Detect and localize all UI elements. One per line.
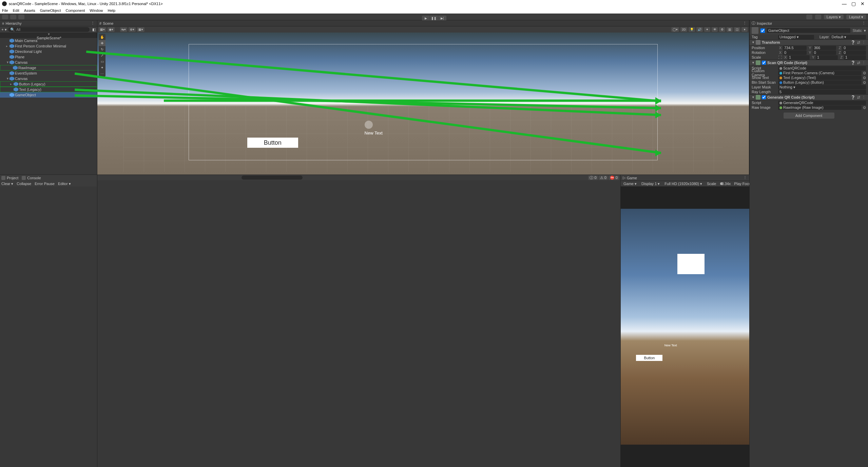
menu-window[interactable]: Window xyxy=(90,8,103,13)
component-menu-icon[interactable]: ❔ ⇄ ⋮ xyxy=(851,95,866,100)
hierarchy-tab[interactable]: ≡ Hierarchy ⋮ xyxy=(0,20,97,26)
hierarchy-item-fp-controller[interactable]: ▸First Person Controller Minimal xyxy=(0,43,97,49)
gizmo3-toggle[interactable]: ◫ xyxy=(734,27,740,32)
add-component-button[interactable]: Add Component xyxy=(784,113,834,119)
clear-button[interactable]: Clear ▾ xyxy=(1,182,13,186)
menu-gameobject[interactable]: GameObject xyxy=(40,8,61,13)
gizmos-dropdown[interactable]: ▾ xyxy=(741,27,748,32)
hierarchy-item-dir-light[interactable]: Directional Light xyxy=(0,49,97,54)
scene-viewport[interactable]: ✋ ✥ ↻ ⤢ ▭ ✦ ⋯ New Text Button xyxy=(97,33,749,175)
info-count[interactable]: ⓘ 0 xyxy=(588,176,598,180)
game-mode-dropdown[interactable]: Game ▾ xyxy=(622,182,638,186)
game-tab[interactable]: ▷ Game ⋮ xyxy=(621,175,749,181)
history-icon[interactable] xyxy=(18,15,24,19)
scene-camera[interactable]: ◯▾ xyxy=(671,27,679,32)
inspector-tab[interactable]: ⓘ Inspector ⋮ xyxy=(750,20,868,26)
hierarchy-item-main-camera[interactable]: Main Camera xyxy=(0,38,97,43)
scl-x-field[interactable]: 1 xyxy=(788,55,810,60)
scene-tab[interactable]: # Scene ⋮ xyxy=(97,20,749,26)
hierarchy-search[interactable]: 🔍 All xyxy=(8,27,90,32)
transform-component-header[interactable]: ▼ Transform ❔ ⇄ ⋮ xyxy=(750,39,868,45)
rot-x-field[interactable]: 0 xyxy=(783,50,807,55)
component-enabled-checkbox[interactable] xyxy=(762,61,766,65)
layout-dropdown[interactable]: Layout ▾ xyxy=(846,15,866,19)
rotate-tool[interactable]: ↻ xyxy=(99,46,105,52)
scanqr-component-header[interactable]: ▼ Scan QR Code (Script) ❔ ⇄ ⋮ xyxy=(750,60,868,66)
hierarchy-item-eventsystem[interactable]: EventSystem xyxy=(0,70,97,76)
object-picker-icon[interactable]: ⊙ xyxy=(863,76,866,80)
pivot-toggle[interactable]: ⇆▾ xyxy=(120,27,127,32)
ray-length-field[interactable]: 5 xyxy=(778,90,866,94)
scene-root[interactable]: ▼ SampleScene* xyxy=(0,33,97,38)
object-picker-icon[interactable]: ⊙ xyxy=(863,71,866,75)
2d-toggle[interactable]: 2D xyxy=(680,27,687,32)
object-picker-icon[interactable]: ⊙ xyxy=(863,105,866,110)
custom-camera-field[interactable]: First Person Camera (Camera) xyxy=(778,71,862,75)
game-viewport[interactable]: New Text Button xyxy=(621,186,749,467)
handle-toggle[interactable]: ⊕▾ xyxy=(129,27,136,32)
active-checkbox[interactable] xyxy=(760,28,765,33)
layers-dropdown[interactable]: Layers ▾ xyxy=(824,15,844,19)
pos-x-field[interactable]: 734.5 xyxy=(783,46,807,50)
warn-count[interactable]: ⚠ 0 xyxy=(599,176,608,180)
draw-mode[interactable]: ◉▾ xyxy=(108,27,115,32)
gameobject-icon[interactable] xyxy=(752,27,758,34)
gameobject-name-field[interactable]: GameObject xyxy=(767,28,850,33)
grid-toggle[interactable]: ▦▾ xyxy=(137,27,144,32)
display-dropdown[interactable]: Display 1 ▾ xyxy=(640,182,661,186)
cloud-icon[interactable] xyxy=(10,15,16,19)
transform-tool[interactable]: ✦ xyxy=(99,64,105,70)
panel-menu-icon[interactable]: ⋮ xyxy=(862,21,866,25)
static-dropdown[interactable]: ▾ xyxy=(864,28,866,33)
layer-mask-dropdown[interactable]: Nothing ▾ xyxy=(778,85,866,89)
tag-dropdown[interactable]: Untagged ▾ xyxy=(778,35,814,39)
pos-y-field[interactable]: 366 xyxy=(813,46,836,50)
hierarchy-item-plane[interactable]: Plane xyxy=(0,54,97,60)
minimize-button[interactable]: — xyxy=(842,1,847,6)
btn-start-scan-field[interactable]: Button (Legacy) (Button) xyxy=(778,80,862,85)
scl-y-field[interactable]: 1 xyxy=(816,55,838,60)
rect-tool[interactable]: ▭ xyxy=(99,58,105,64)
error-pause-toggle[interactable]: Error Pause xyxy=(35,182,55,186)
show-text-field[interactable]: Text (Legacy) (Text) xyxy=(778,76,862,80)
hierarchy-item-text-legacy[interactable]: Text (Legacy) xyxy=(0,87,97,92)
rot-z-field[interactable]: 0 xyxy=(842,50,866,55)
gizmo-toggle[interactable]: ⚙ xyxy=(719,27,725,32)
audio-toggle[interactable]: 🔊 xyxy=(696,27,703,32)
play-focused-dropdown[interactable]: Play Focused ▾ xyxy=(733,182,749,186)
panel-menu-icon[interactable]: ⋮ xyxy=(743,21,747,25)
create-button[interactable]: + ▾ xyxy=(1,27,7,32)
hierarchy-filter-icon[interactable]: ◧ xyxy=(92,27,96,32)
custom-tool[interactable]: ⋯ xyxy=(99,70,105,77)
scl-z-field[interactable]: 1 xyxy=(844,55,866,60)
scale-tool[interactable]: ⤢ xyxy=(99,52,105,58)
hierarchy-item-rawimage[interactable]: RawImage xyxy=(0,65,97,70)
menu-assets[interactable]: Assets xyxy=(24,8,35,13)
menu-component[interactable]: Component xyxy=(65,8,85,13)
object-picker-icon[interactable]: ⊙ xyxy=(863,80,866,85)
menu-edit[interactable]: Edit xyxy=(13,8,19,13)
resolution-dropdown[interactable]: Full HD (1920x1080) ▾ xyxy=(663,182,703,186)
project-tab[interactable]: Project xyxy=(1,176,18,180)
light-toggle[interactable]: 💡 xyxy=(689,27,695,32)
hierarchy-item-button-legacy[interactable]: ▸Button (Legacy) xyxy=(0,81,97,87)
close-button[interactable]: ✕ xyxy=(861,1,865,6)
component-enabled-checkbox[interactable] xyxy=(762,95,766,99)
hierarchy-item-canvas-2[interactable]: ▼Canvas xyxy=(0,76,97,81)
rot-y-field[interactable]: 0 xyxy=(813,50,836,55)
console-search[interactable] xyxy=(242,176,303,180)
pos-z-field[interactable]: 0 xyxy=(842,46,866,50)
undo-icon[interactable] xyxy=(806,15,812,19)
hand-tool[interactable]: ✋ xyxy=(99,34,105,40)
hierarchy-item-gameobject[interactable]: GameObject xyxy=(0,92,97,98)
gizmo2-toggle[interactable]: ▥ xyxy=(727,27,733,32)
genqr-component-header[interactable]: ▼ Generate QR Code (Script) ❔ ⇄ ⋮ xyxy=(750,94,868,100)
account-icon[interactable] xyxy=(2,15,8,19)
error-count[interactable]: ⛔ 0 xyxy=(609,176,619,180)
console-tab[interactable]: Console xyxy=(22,176,41,180)
scale-link-icon[interactable]: ⛶ xyxy=(778,55,783,59)
collapse-toggle[interactable]: Collapse xyxy=(17,182,31,186)
component-menu-icon[interactable]: ❔ ⇄ ⋮ xyxy=(851,61,866,65)
menu-help[interactable]: Help xyxy=(108,8,115,13)
move-tool[interactable]: ✥ xyxy=(99,40,105,46)
